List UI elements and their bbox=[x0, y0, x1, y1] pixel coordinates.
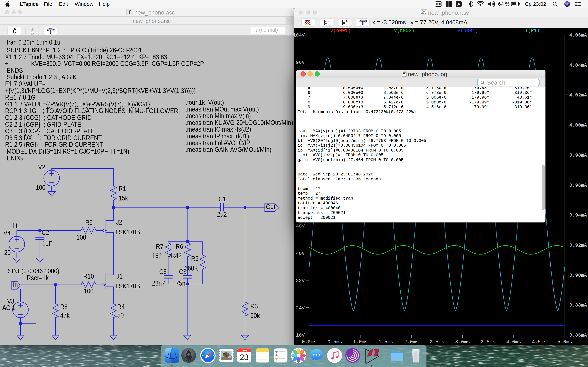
svg-text:3.0ms: 3.0ms bbox=[455, 339, 470, 345]
svg-text:I(R1): I(R1) bbox=[525, 28, 540, 33]
svg-text:4.04mA: 4.04mA bbox=[569, 63, 587, 68]
svg-text:3.98mA: 3.98mA bbox=[569, 153, 587, 158]
svg-text:3.92mA: 3.92mA bbox=[569, 242, 587, 248]
svg-text:24V: 24V bbox=[296, 305, 305, 311]
svg-text:96V: 96V bbox=[296, 60, 305, 65]
svg-text:4.00mA: 4.00mA bbox=[569, 123, 587, 128]
svg-text:16V: 16V bbox=[296, 333, 305, 338]
svg-text:3.86mA: 3.86mA bbox=[569, 333, 587, 338]
svg-text:3.88mA: 3.88mA bbox=[569, 302, 587, 308]
svg-text:4.5ms: 4.5ms bbox=[532, 339, 546, 345]
svg-text:4.0ms: 4.0ms bbox=[506, 339, 521, 345]
svg-text:40V: 40V bbox=[296, 251, 305, 256]
svg-text:4.06mA: 4.06mA bbox=[569, 33, 587, 38]
svg-text:1.5ms: 1.5ms bbox=[379, 339, 393, 345]
svg-text:3.5ms: 3.5ms bbox=[481, 339, 495, 345]
svg-text:48V: 48V bbox=[296, 224, 305, 229]
svg-text:V(n001): V(n001) bbox=[330, 28, 351, 33]
svg-text:104V: 104V bbox=[294, 33, 305, 38]
svg-text:5.0ms: 5.0ms bbox=[557, 339, 572, 345]
svg-text:V(n004): V(n004) bbox=[458, 28, 478, 33]
svg-text:2.0ms: 2.0ms bbox=[404, 339, 419, 345]
svg-text:СЕНТ.: СЕНТ. bbox=[241, 349, 248, 352]
svg-text:23: 23 bbox=[240, 353, 249, 362]
svg-text:32V: 32V bbox=[296, 278, 305, 284]
svg-text:V(n002): V(n002) bbox=[394, 28, 415, 33]
svg-text:4.02mA: 4.02mA bbox=[569, 92, 587, 98]
svg-text:3.96mA: 3.96mA bbox=[569, 183, 587, 188]
svg-text:0.0ms: 0.0ms bbox=[302, 339, 317, 345]
svg-text:1.0ms: 1.0ms bbox=[353, 339, 368, 345]
svg-text:2.5ms: 2.5ms bbox=[430, 339, 444, 345]
svg-text:0.5ms: 0.5ms bbox=[328, 339, 342, 345]
svg-text:3.94mA: 3.94mA bbox=[569, 213, 587, 218]
svg-text:A: A bbox=[458, 2, 460, 7]
svg-text:3.90mA: 3.90mA bbox=[569, 273, 587, 278]
